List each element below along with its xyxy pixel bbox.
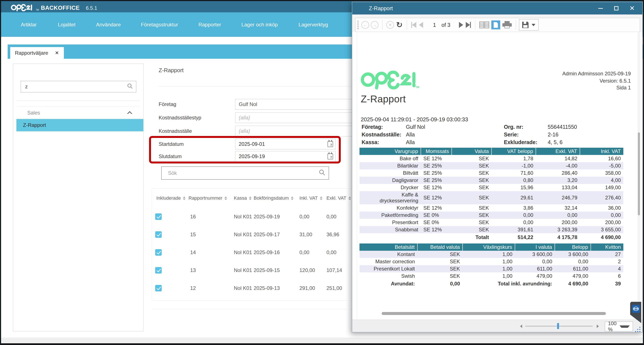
maximize-icon (614, 6, 618, 10)
report-picker-panel (13, 64, 144, 331)
page-number[interactable]: 1 (433, 22, 436, 28)
sort-down-icon (320, 199, 322, 200)
tab-rapportvaljare[interactable]: Rapportväljare ✕ (10, 47, 64, 59)
list-cell: 13 (190, 261, 196, 279)
nav-item-lojalitet[interactable]: Lojalitet (58, 12, 76, 37)
table-cell: 1,00 (462, 265, 515, 272)
resize-grip[interactable] (635, 327, 642, 333)
table-cell: 36,00 (580, 204, 623, 212)
list-row[interactable]: 12Nol K012025-09-13291,00251,00 (152, 279, 366, 297)
nav-item-lagerverktyg[interactable]: Lagerverktyg (298, 12, 328, 37)
vertical-scrollbar[interactable] (638, 32, 640, 313)
sidebar-item-z-rapport[interactable]: Z-Rapport (16, 119, 143, 131)
zoom-in-arrow-icon[interactable] (597, 325, 599, 328)
nav-item-lager-och-ink-p[interactable]: Lager och inköp (242, 12, 278, 37)
zoom-out-arrow-icon[interactable] (520, 325, 522, 328)
calendar-icon[interactable] (328, 153, 333, 159)
list-row[interactable]: 14Nol K012025-09-160,000,00 (152, 244, 366, 261)
calendar-icon[interactable] (328, 141, 333, 147)
list-column-header[interactable]: Inkl. VAT (300, 189, 322, 208)
list-row[interactable]: 16Nol K012025-09-190,000,00 (152, 208, 366, 226)
list-row[interactable]: 15Nol K012025-09-1731,0036,96 (152, 226, 366, 244)
table-column-header: Betalsätt (360, 244, 418, 251)
maximize-button[interactable] (612, 4, 621, 12)
minimize-icon (598, 8, 603, 9)
print-icon[interactable] (502, 21, 512, 29)
list-column-header[interactable]: Rapportnummer (188, 189, 227, 208)
stop-button[interactable]: ✕ (386, 21, 394, 29)
nav-item-rapporter[interactable]: Rapporter (198, 12, 221, 37)
table-cell: 133,04 (536, 184, 580, 191)
list-search[interactable] (161, 166, 329, 180)
nav-item-f-retagsstruktur[interactable]: Företagsstruktur (141, 12, 178, 37)
sidebar-group-sales[interactable]: Sales (16, 106, 140, 119)
zoom-slider-track[interactable] (525, 326, 593, 327)
kostnadsstallestyp-input[interactable] (235, 112, 366, 123)
screen: TM BACKOFFICE 6.5.1 ArtiklarLojalitetAnv… (0, 0, 644, 345)
history-back-button[interactable]: ← (362, 21, 369, 29)
row-checkbox[interactable] (155, 249, 162, 256)
table-cell: 27 (591, 251, 623, 258)
sidebar-search[interactable] (21, 81, 136, 92)
app-version: 6.5.1 (86, 5, 97, 11)
sort-up-icon (320, 196, 322, 198)
table-cell: Kaffe & dryckesservering (360, 191, 421, 204)
two-page-view-icon[interactable] (480, 21, 489, 28)
app-bottom-strip (1, 338, 643, 343)
list-cell: 12 (190, 279, 196, 297)
sort-down-icon (249, 199, 252, 200)
list-row[interactable]: 13Nol K012025-09-15120,00107,14 (152, 261, 366, 279)
vertical-scrollbar-thumb[interactable] (638, 132, 640, 215)
list-search-input[interactable] (168, 170, 318, 176)
save-icon (522, 22, 528, 28)
nav-item-artiklar[interactable]: Artiklar (21, 12, 37, 37)
sort-down-icon (348, 199, 351, 200)
save-button[interactable] (519, 19, 538, 31)
list-column-header[interactable]: Exkl. VAT (326, 189, 351, 208)
teamviewer-icon[interactable] (632, 305, 640, 313)
table-cell: Swish (360, 272, 418, 280)
tab-close-icon[interactable]: ✕ (55, 50, 59, 56)
startdatum-input[interactable] (235, 139, 336, 149)
list-column-header[interactable]: Inkluderade (156, 189, 186, 208)
report-version-line: Version: 6.5.1 (546, 78, 631, 84)
row-checkbox[interactable] (155, 213, 162, 220)
nav-item-anv-ndare[interactable]: Användare (96, 12, 121, 37)
row-checkbox[interactable] (155, 285, 162, 291)
total-value: 4 690,00 (580, 233, 623, 241)
row-checkbox[interactable] (155, 231, 162, 238)
table-cell: Dagligvaror (360, 177, 421, 184)
table-cell: 276,40 (580, 191, 623, 204)
table-cell: SEK (452, 204, 492, 212)
list-column-header[interactable]: Kassa (234, 189, 252, 208)
list-cell: 2025-09-19 (254, 208, 280, 226)
row-checkbox[interactable] (155, 267, 162, 274)
table-cell: 16,60 (580, 155, 623, 162)
toolbar-separator (382, 20, 382, 30)
single-page-view-icon[interactable] (491, 20, 500, 29)
refresh-icon[interactable]: ↻ (396, 20, 402, 29)
horizontal-scrollbar-thumb[interactable] (382, 312, 606, 315)
foretag-input[interactable] (235, 99, 366, 110)
total-value: 4 175,78 (536, 233, 580, 241)
list-row[interactable]: 11Nol K012025-09-130,000,00 (152, 297, 366, 301)
first-page-button[interactable] (411, 22, 416, 28)
next-page-button[interactable] (459, 22, 463, 28)
toolbar-grip-icon[interactable] (358, 21, 358, 29)
zoom-level-dropdown[interactable]: 100 % (605, 322, 633, 331)
history-forward-button[interactable]: → (371, 21, 378, 29)
table-cell: Biltvätt (360, 169, 421, 177)
last-page-button[interactable] (466, 22, 471, 28)
previous-page-button[interactable] (419, 22, 423, 28)
table-cell: Snabbmat (360, 226, 421, 233)
list-cell: Nol K01 (234, 279, 252, 297)
footer-total-label: Total inkl. avrundning: (462, 280, 555, 287)
slutdatum-input[interactable] (235, 151, 336, 162)
close-button[interactable]: ✕ (628, 4, 637, 12)
zoom-slider-thumb[interactable] (557, 323, 559, 329)
list-column-header[interactable]: Bokföringsdatum (254, 189, 294, 208)
minimize-button[interactable] (596, 4, 605, 12)
kostnadsstalle-input[interactable] (235, 126, 366, 136)
sidebar-search-input[interactable] (25, 83, 127, 90)
table-cell: SEK (452, 169, 492, 177)
